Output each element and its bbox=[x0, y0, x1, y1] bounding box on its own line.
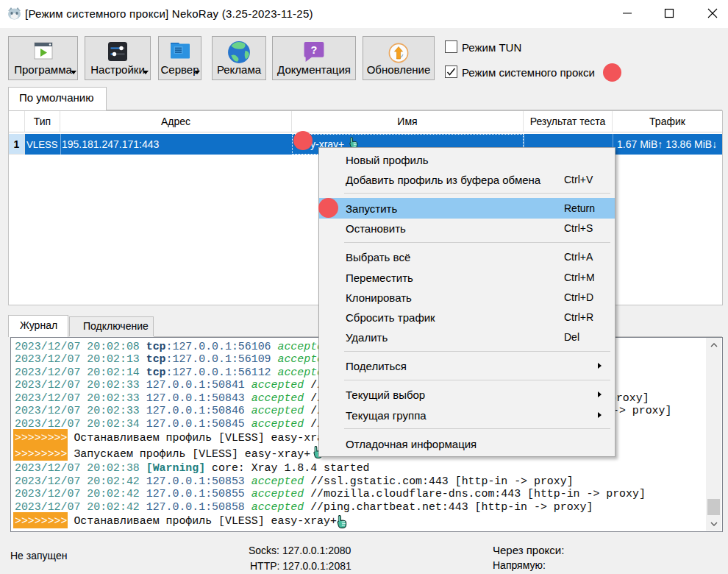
svg-text:?: ? bbox=[311, 44, 318, 56]
